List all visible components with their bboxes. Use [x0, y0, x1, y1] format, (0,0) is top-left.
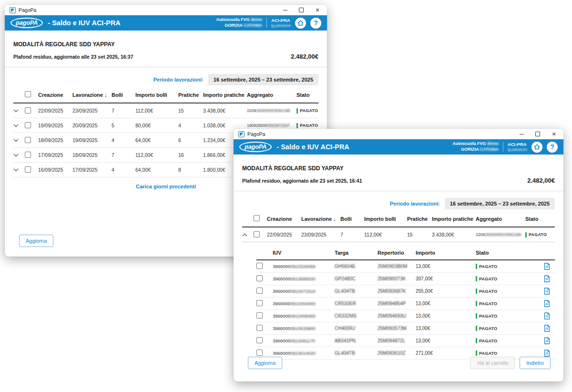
- status-badge: PAGATO: [476, 301, 541, 306]
- account-label: ACI-PRA ig.paivacrm: [508, 142, 527, 152]
- cell-creazione: 22/09/2025: [267, 232, 301, 237]
- period-range[interactable]: 16 settembre, 2025 – 23 settembre, 2025: [445, 198, 555, 209]
- col-creazione[interactable]: Creazione: [38, 92, 72, 98]
- app-header: pagoPA - Saldo e IUV ACI-PRA Autoscuola …: [5, 15, 327, 31]
- col-stato[interactable]: Stato: [296, 92, 318, 98]
- receipt-icon[interactable]: [541, 337, 555, 344]
- col-stato[interactable]: Stato: [525, 216, 555, 222]
- cell-pratiche: 15: [178, 108, 203, 113]
- account-label: ACI-PRA ig.paivacrm: [271, 18, 291, 28]
- iuv-checkbox[interactable]: [256, 312, 263, 319]
- indietro-button[interactable]: Indietro: [520, 357, 551, 369]
- receipt-icon[interactable]: [541, 350, 555, 357]
- col-importo-bolli[interactable]: Importo bolli: [135, 92, 178, 98]
- cell-targa: GL404TB: [335, 351, 378, 356]
- status-badge: PAGATO: [476, 326, 541, 331]
- cell-pratiche: 8: [178, 167, 203, 173]
- select-all-checkbox[interactable]: [25, 91, 31, 97]
- cell-importo-bolli: 64,00€: [135, 137, 178, 143]
- sort-desc-icon: ↓: [104, 92, 107, 98]
- minimize-button[interactable]: [282, 7, 288, 13]
- col-aggregato[interactable]: Aggregato: [476, 216, 525, 222]
- cell-aggregato: 220925000000309219B: [247, 108, 296, 113]
- receipt-icon[interactable]: [541, 325, 555, 332]
- cell-importo-bolli: 80,00€: [135, 123, 178, 128]
- chevron-down-icon[interactable]: [13, 168, 25, 172]
- receipt-icon[interactable]: [541, 300, 555, 307]
- cell-lavorazione: 23/09/2025: [301, 232, 340, 237]
- close-button[interactable]: ✕: [315, 7, 320, 13]
- titlebar[interactable]: PagoPa ✕: [5, 5, 327, 15]
- receipt-icon[interactable]: [541, 275, 555, 282]
- col-lavorazione[interactable]: Lavorazione ↓: [72, 92, 112, 98]
- col-pratiche[interactable]: Pratiche: [407, 216, 432, 222]
- cell-repertorio: 25M094872L: [378, 338, 416, 343]
- cell-aggregato: 2209250000002309219B: [476, 232, 525, 237]
- minimize-button[interactable]: [519, 131, 524, 137]
- cell-targa: GP2480C: [335, 276, 378, 281]
- window-title: PagoPa: [19, 7, 36, 13]
- row-checkbox[interactable]: [25, 152, 31, 158]
- chevron-down-icon[interactable]: [13, 139, 25, 142]
- aggiorna-button[interactable]: Aggiorna: [248, 357, 282, 369]
- iuv-checkbox[interactable]: [256, 288, 263, 294]
- cell-aggregato: 190925000000287151F: [247, 123, 296, 128]
- row-checkbox[interactable]: [25, 166, 31, 173]
- receipt-icon[interactable]: [541, 312, 555, 320]
- help-icon[interactable]: ?: [310, 18, 321, 29]
- col-aggregato[interactable]: Aggregato: [247, 92, 296, 98]
- cell-pratiche: 15: [407, 232, 432, 237]
- iuv-checkbox[interactable]: [256, 263, 263, 269]
- maximize-button[interactable]: [535, 131, 541, 137]
- aggiorna-button[interactable]: Aggiorna: [19, 235, 53, 247]
- table-header: Creazione Lavorazione ↓ Bolli Importo bo…: [242, 215, 555, 227]
- col-bolli[interactable]: Bolli: [340, 216, 364, 222]
- chevron-down-icon[interactable]: [13, 154, 25, 157]
- cell-iuv: 39680000913614020: [273, 351, 335, 356]
- cell-repertorio: 25M093610Z: [378, 351, 416, 356]
- row-checkbox[interactable]: [25, 137, 31, 143]
- maximize-button[interactable]: [298, 7, 304, 13]
- status-badge: PAGATO: [296, 108, 318, 113]
- close-button[interactable]: ✕: [551, 131, 557, 137]
- col-importo-pratiche[interactable]: Importo pratiche: [432, 216, 476, 222]
- period-range[interactable]: 16 settembre, 2025 – 23 settembre, 2025: [208, 74, 318, 85]
- chevron-up-icon[interactable]: [242, 233, 254, 237]
- receipt-icon[interactable]: [541, 263, 555, 270]
- iuv-checkbox[interactable]: [256, 350, 263, 356]
- cell-targa: CR533ER: [335, 301, 378, 306]
- pagopa-logo: pagoPA: [10, 18, 43, 28]
- home-icon[interactable]: [295, 18, 306, 29]
- receipt-icon[interactable]: [541, 288, 555, 295]
- col-importo-pratiche[interactable]: Importo pratiche: [203, 92, 247, 98]
- table-header: Creazione Lavorazione ↓ Bolli Importo bo…: [13, 91, 318, 103]
- row-checkbox[interactable]: [254, 231, 260, 237]
- chevron-down-icon[interactable]: [13, 109, 25, 113]
- iuv-row: 39680000913471510 GL404TB 25M093687K 255…: [256, 285, 555, 298]
- help-icon[interactable]: ?: [547, 142, 558, 153]
- col-importo-bolli[interactable]: Importo bolli: [364, 216, 407, 222]
- col-bolli[interactable]: Bolli: [112, 92, 135, 98]
- col-lavorazione[interactable]: Lavorazione ↓: [301, 216, 340, 222]
- cell-lavorazione: 20/09/2025: [72, 123, 112, 128]
- cell-pratiche: 4: [178, 123, 203, 128]
- vai-al-carrello-button[interactable]: Vai al carrello: [470, 357, 515, 369]
- titlebar[interactable]: PagoPa ✕: [234, 129, 563, 139]
- cell-creazione: 22/09/2025: [38, 108, 72, 113]
- row-checkbox[interactable]: [25, 107, 31, 113]
- iuv-checkbox[interactable]: [256, 337, 263, 343]
- pagopa-logo: pagoPA: [239, 142, 272, 152]
- col-targa: Targa: [335, 250, 378, 256]
- cell-importo: 271,00€: [416, 351, 476, 356]
- page-title: - Saldo e IUV ACI-PRA: [48, 19, 121, 27]
- iuv-checkbox[interactable]: [256, 325, 263, 331]
- iuv-checkbox[interactable]: [256, 300, 263, 306]
- home-icon[interactable]: [531, 142, 542, 153]
- col-pratiche[interactable]: Pratiche: [178, 92, 203, 98]
- chevron-down-icon[interactable]: [13, 124, 25, 127]
- col-creazione[interactable]: Creazione: [267, 216, 301, 222]
- iuv-checkbox[interactable]: [256, 275, 263, 281]
- row-checkbox[interactable]: [25, 122, 31, 128]
- status-badge: PAGATO: [476, 351, 541, 356]
- select-all-checkbox[interactable]: [254, 215, 260, 221]
